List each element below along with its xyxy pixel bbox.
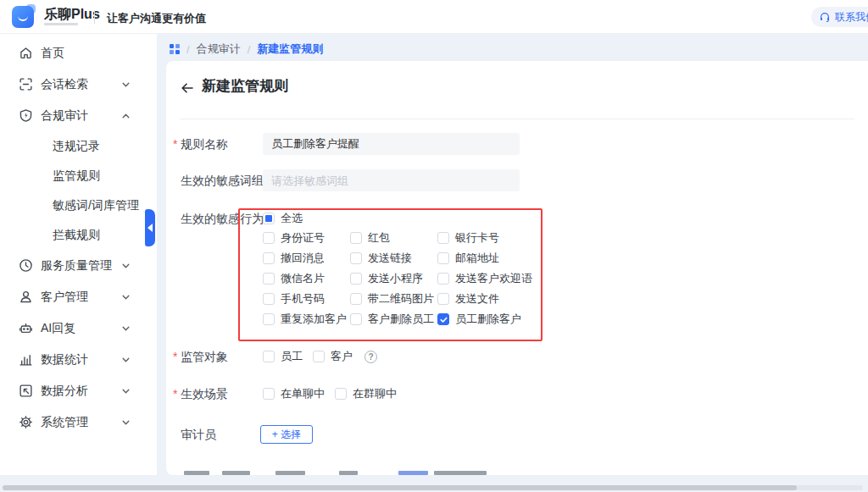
horizontal-scrollbar-thumb[interactable] [3,485,797,490]
chevron-down-icon [121,292,131,301]
sensitive-actions-label: 生效的敏感行为 [173,207,266,229]
back-button[interactable] [180,80,195,96]
rule-name-label: *规则名称 [173,133,266,155]
scene-option[interactable]: 在单聊中 [263,386,325,401]
auditor-select-button[interactable]: + 选择 [260,425,313,444]
sensitive-action-option[interactable]: 撤回消息 [263,248,350,268]
help-icon[interactable] [364,351,377,363]
sensitive-action-option[interactable]: 重复添加客户 [263,309,350,329]
sensitive-action-option[interactable]: 身份证号 [263,228,350,248]
checkbox-unchecked[interactable] [263,351,275,362]
checkbox-unchecked[interactable] [350,273,362,285]
scene-options: 在单聊中在群聊中 [263,383,407,405]
breadcrumb-separator: / [248,43,251,56]
sensitive-words-select[interactable] [263,169,520,191]
checkbox-unchecked[interactable] [335,388,347,400]
sidebar-subitem-supervision-rules[interactable]: 监管规则 [0,161,157,191]
required-marker: * [173,383,181,405]
sidebar-collapse-handle[interactable] [145,209,155,246]
sidebar-item-label: 数据分析 [41,384,88,399]
sensitive-action-option[interactable]: 手机号码 [263,289,350,309]
checkbox-unchecked[interactable] [263,232,275,244]
clipped-row-fragment [398,471,428,475]
auditor-label: 审计员 [173,423,266,445]
checkbox-unchecked[interactable] [263,273,275,285]
page-title: 新建监管规则 [202,76,288,96]
sidebar-item-data-statistics[interactable]: 数据统计 [0,344,157,375]
sensitive-action-option[interactable]: 发送文件 [437,289,573,309]
checkbox-unchecked[interactable] [263,252,275,264]
home-icon [19,46,33,60]
sidebar-item-data-analysis[interactable]: 数据分析 [0,375,157,406]
sensitive-action-option[interactable]: 客户删除员工 [350,309,437,329]
sidebar-item-service-quality[interactable]: 服务质量管理 [0,250,157,281]
clipped-row-fragment [184,471,209,475]
sidebar-subitem-sensitive-word-library[interactable]: 敏感词/词库管理 [0,191,157,220]
sidebar-item-system-management[interactable]: 系统管理 [0,406,157,438]
sidebar-subitem-violation-records[interactable]: 违规记录 [0,131,157,161]
breadcrumb-section[interactable]: 合规审计 [197,41,241,57]
clipped-row-fragment [275,471,305,475]
sensitive-action-option[interactable]: 发送客户欢迎语 [437,268,573,289]
target-label: *监管对象 [173,346,266,368]
required-marker: * [173,346,181,368]
sensitive-action-option[interactable]: 微信名片 [263,268,350,289]
checkbox-label: 微信名片 [281,271,325,286]
sensitive-actions-grid: 身份证号红包银行卡号撤回消息发送链接邮箱地址微信名片发送小程序发送客户欢迎语手机… [263,228,576,329]
sidebar-item-compliance-audit[interactable]: 合规审计 [0,100,157,131]
sidebar-item-home[interactable]: 首页 [0,37,157,69]
checkbox-unchecked[interactable] [313,351,325,362]
robot-icon [19,321,33,335]
chevron-down-icon [121,261,131,270]
apps-grid-icon[interactable] [170,44,180,54]
sidebar-item-label: 客户管理 [41,290,88,305]
sidebar-item-customer-management[interactable]: 客户管理 [0,281,157,312]
shield-icon [19,108,33,123]
checkbox-unchecked[interactable] [350,252,362,264]
scene-option[interactable]: 在群聊中 [335,386,397,401]
target-option[interactable]: 客户 [313,349,353,364]
checkbox-unchecked[interactable] [437,273,449,285]
checkbox-unchecked[interactable] [263,313,275,325]
rule-name-input[interactable] [263,133,520,155]
chevron-down-icon [121,386,131,395]
target-option[interactable]: 员工 [263,349,303,364]
checkbox-label: 在群聊中 [353,386,397,401]
sensitive-action-option[interactable]: 员工删除客户 [437,309,573,329]
user-icon [19,290,33,304]
clock-icon [19,258,33,273]
sidebar-item-session-search[interactable]: 会话检索 [0,69,157,100]
checkbox-unchecked[interactable] [437,293,449,305]
sensitive-action-option[interactable]: 发送小程序 [350,268,437,289]
select-all-option[interactable]: 全选 [263,209,303,228]
checkbox-unchecked[interactable] [437,232,449,244]
checkbox-unchecked[interactable] [263,293,275,305]
sensitive-words-label: 生效的敏感词组 [173,169,266,191]
checkbox-unchecked[interactable] [350,293,362,305]
scan-icon [19,77,33,91]
checkbox-unchecked[interactable] [350,232,362,244]
checkbox-label: 红包 [368,230,390,246]
sidebar-subitem-block-rules[interactable]: 拦截规则 [0,220,157,250]
sensitive-action-option[interactable]: 带二维码图片 [350,289,437,309]
checkbox-unchecked[interactable] [437,252,449,264]
analyze-icon [19,384,33,398]
sensitive-action-option[interactable]: 发送链接 [350,248,437,268]
sidebar-item-ai-reply[interactable]: AI回复 [0,312,157,344]
checkbox-label: 身份证号 [281,230,325,246]
checkbox-checked[interactable] [437,313,449,325]
sensitive-action-option[interactable]: 银行卡号 [437,228,573,248]
checkbox-unchecked[interactable] [263,388,275,400]
contact-us-button[interactable]: 联系我们 [811,7,868,27]
checkbox-unchecked[interactable] [350,313,362,325]
sidebar-item-label: 系统管理 [41,415,88,430]
sensitive-action-option[interactable]: 红包 [350,228,437,248]
brand-logo-icon [12,6,34,28]
sensitive-action-option[interactable]: 邮箱地址 [437,248,573,268]
header-slogan: 让客户沟通更有价值 [107,11,206,26]
target-options: 员工客户 [263,346,377,368]
gear-icon [19,415,33,429]
select-all-checkbox[interactable] [263,213,275,224]
checkbox-label: 客户删除员工 [368,312,434,327]
clipped-row-fragment [339,471,358,475]
